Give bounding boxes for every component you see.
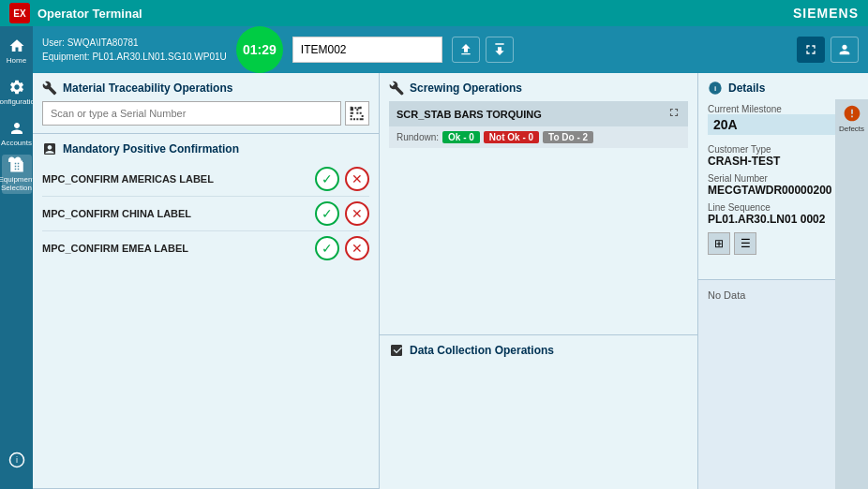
sidebar-settings-button[interactable]: i — [2, 440, 32, 480]
sidebar-accounts-label: Accounts — [1, 139, 32, 147]
app-title: Operator Terminal — [37, 7, 142, 21]
svg-text:i: i — [16, 455, 18, 465]
serial-search-input[interactable] — [42, 101, 341, 126]
rundown-label: Rundown: — [397, 132, 439, 142]
mandatory-title: Mandatory Positive Confirmation — [42, 141, 369, 156]
equipment-label: Equipment: — [42, 52, 90, 62]
sidebar-item-accounts[interactable]: Accounts — [2, 113, 32, 153]
screwing-section: Screwing Operations SCR_STAB BARS TORQUI… — [380, 73, 697, 335]
data-collection-label: Data Collection Operations — [410, 344, 554, 357]
mpc-buttons-1: ✓ ✕ — [315, 167, 369, 191]
sidebar-item-config[interactable]: Configuration — [2, 72, 32, 111]
mpc-row-3: MPC_CONFIRM EMEA LABEL ✓ ✕ — [42, 231, 369, 265]
session-timer: 01:29 — [236, 26, 283, 73]
mpc-ok-button-2[interactable]: ✓ — [315, 201, 339, 226]
mpc-cancel-button-1[interactable]: ✕ — [345, 167, 369, 191]
right-sidebar: Defects — [835, 99, 868, 489]
screw-op-name: SCR_STAB BARS TORQUING — [397, 109, 542, 120]
defects-label: Defects — [839, 125, 864, 133]
mandatory-label: Mandatory Positive Confirmation — [63, 142, 239, 156]
mpc-ok-button-1[interactable]: ✓ — [315, 167, 339, 191]
user-value: SWQA\ITA80781 — [67, 37, 139, 48]
item-input[interactable] — [292, 37, 442, 63]
no-data-text: No Data — [708, 289, 745, 301]
sidebar: Home Configuration Accounts Equipment Se… — [0, 26, 33, 489]
user-button[interactable] — [831, 37, 859, 63]
fullscreen-button[interactable] — [797, 37, 825, 63]
top-bar-left: EX Operator Terminal — [9, 3, 142, 23]
milestone-value: 20A — [713, 117, 738, 132]
header-row: User: SWQA\ITA80781 Equipment: PL01.AR30… — [33, 26, 868, 73]
header-actions — [452, 37, 859, 63]
material-traceability-title: Material Traceability Operations — [42, 81, 369, 96]
sidebar-home-label: Home — [7, 56, 26, 65]
sidebar-item-equipment[interactable]: Equipment Selection — [2, 155, 32, 194]
screw-op-expand-button[interactable] — [667, 106, 681, 122]
mpc-buttons-3: ✓ ✕ — [315, 236, 369, 260]
material-traceability-section: Material Traceability Operations — [33, 73, 379, 134]
barcode-scan-button[interactable] — [345, 101, 369, 126]
data-collection-section: Data Collection Operations — [380, 335, 697, 489]
user-label: User: — [42, 37, 65, 48]
middle-panel: Screwing Operations SCR_STAB BARS TORQUI… — [380, 73, 698, 489]
download-button[interactable] — [486, 37, 514, 63]
equipment-value: PL01.AR30.LN01.SG10.WP01U — [92, 52, 226, 62]
data-collection-title: Data Collection Operations — [389, 343, 688, 358]
mpc-buttons-2: ✓ ✕ — [315, 201, 369, 226]
search-row — [42, 101, 369, 126]
left-panel: Material Traceability Operations Mandato… — [33, 73, 380, 489]
upload-button[interactable] — [452, 37, 480, 63]
bottom-left: Mandatory Positive Confirmation MPC_CONF… — [33, 134, 379, 489]
sidebar-bottom: i — [0, 440, 33, 480]
details-grid-button[interactable]: ⊞ — [708, 232, 730, 255]
content-row: Material Traceability Operations Mandato… — [33, 73, 868, 489]
details-list-button[interactable]: ☰ — [734, 232, 756, 255]
screw-status-row: Rundown: Ok - 0 Not Ok - 0 To Do - 2 — [389, 126, 688, 148]
top-bar: EX Operator Terminal SIEMENS — [0, 0, 868, 26]
main-area: User: SWQA\ITA80781 Equipment: PL01.AR30… — [33, 26, 868, 489]
mpc-label-2: MPC_CONFIRM CHINA LABEL — [42, 208, 315, 219]
mpc-label-3: MPC_CONFIRM EMEA LABEL — [42, 243, 315, 254]
mpc-row-1: MPC_CONFIRM AMERICAS LABEL ✓ ✕ — [42, 162, 369, 197]
app-logo: EX — [9, 3, 30, 23]
sidebar-item-home[interactable]: Home — [2, 31, 32, 70]
mpc-label-1: MPC_CONFIRM AMERICAS LABEL — [42, 173, 315, 185]
ok-badge: Ok - 0 — [442, 131, 480, 143]
mandatory-section: Mandatory Positive Confirmation MPC_CONF… — [33, 134, 379, 489]
screwing-label: Screwing Operations — [410, 82, 522, 95]
mpc-cancel-button-3[interactable]: ✕ — [345, 236, 369, 260]
screw-op-header: SCR_STAB BARS TORQUING — [389, 101, 688, 126]
details-title: i Details — [708, 81, 859, 96]
screwing-title: Screwing Operations — [389, 81, 688, 96]
mpc-cancel-button-2[interactable]: ✕ — [345, 201, 369, 226]
material-traceability-label: Material Traceability Operations — [63, 82, 232, 95]
svg-text:i: i — [714, 84, 716, 93]
user-info: User: SWQA\ITA80781 Equipment: PL01.AR30… — [42, 36, 227, 64]
notok-badge: Not Ok - 0 — [484, 131, 539, 143]
defects-button[interactable]: Defects — [839, 104, 864, 133]
brand-name: SIEMENS — [793, 6, 859, 21]
todo-badge: To Do - 2 — [543, 131, 593, 143]
mpc-ok-button-3[interactable]: ✓ — [315, 236, 339, 260]
details-label: Details — [728, 82, 765, 95]
mpc-row-2: MPC_CONFIRM CHINA LABEL ✓ ✕ — [42, 197, 369, 231]
sidebar-equipment-label: Equipment Selection — [0, 175, 35, 192]
